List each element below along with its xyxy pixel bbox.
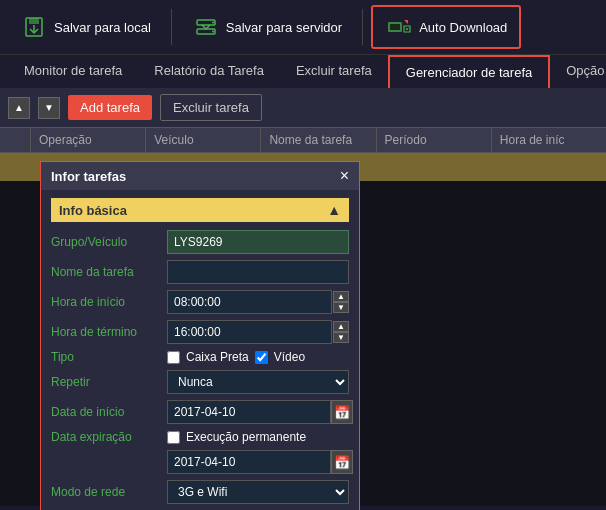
tipo-caixa-label: Caixa Preta bbox=[186, 350, 249, 364]
col-periodo: Período bbox=[376, 128, 491, 152]
scroll-up-button[interactable]: ▲ bbox=[8, 97, 30, 119]
data-expiracao-check-row: Data expiração Execução permanente bbox=[51, 430, 349, 444]
add-tarefa-button[interactable]: Add tarefa bbox=[68, 95, 152, 120]
data-expiracao-input-row: 📅 bbox=[51, 450, 349, 474]
tab-gerenciador[interactable]: Gerenciador de tarefa bbox=[388, 55, 550, 88]
data-inicio-row: Data de início 📅 bbox=[51, 400, 349, 424]
data-expiracao-group: 📅 bbox=[167, 450, 353, 474]
auto-download-button[interactable]: Auto Download bbox=[371, 5, 521, 49]
svg-point-6 bbox=[212, 31, 214, 33]
auto-download-label: Auto Download bbox=[419, 20, 507, 35]
hora-termino-spinner: ▲ ▼ bbox=[167, 320, 349, 344]
table-body: Infor tarefas × Info básica ▲ Grupo/Veíc… bbox=[0, 153, 606, 506]
modo-rede-label: Modo de rede bbox=[51, 485, 161, 499]
col-veiculo: Veículo bbox=[145, 128, 260, 152]
hora-inicio-up[interactable]: ▲ bbox=[333, 291, 349, 302]
col-check bbox=[0, 128, 30, 152]
hora-inicio-input[interactable] bbox=[167, 290, 332, 314]
modal-overlay: Infor tarefas × Info básica ▲ Grupo/Veíc… bbox=[0, 153, 606, 506]
hora-inicio-spinner: ▲ ▼ bbox=[167, 290, 349, 314]
modal-title-bar: Infor tarefas × bbox=[41, 162, 359, 190]
svg-rect-8 bbox=[390, 24, 400, 30]
hora-termino-input[interactable] bbox=[167, 320, 332, 344]
data-inicio-input[interactable] bbox=[167, 400, 331, 424]
data-expiracao-calendar-icon[interactable]: 📅 bbox=[331, 450, 353, 474]
hora-termino-up[interactable]: ▲ bbox=[333, 321, 349, 332]
modo-rede-row: Modo de rede 3G e Wifi 3G Wifi bbox=[51, 480, 349, 504]
hora-inicio-down[interactable]: ▼ bbox=[333, 302, 349, 313]
excluir-tarefa-button[interactable]: Excluir tarefa bbox=[160, 94, 262, 121]
hora-termino-row: Hora de término ▲ ▼ bbox=[51, 320, 349, 344]
tipo-label: Tipo bbox=[51, 350, 161, 364]
repetir-row: Repetir Nunca Diário Semanal Mensal bbox=[51, 370, 349, 394]
data-inicio-calendar-icon[interactable]: 📅 bbox=[331, 400, 353, 424]
col-hora-inic: Hora de iníc bbox=[491, 128, 606, 152]
table-header: Operação Veículo Nome da tarefa Período … bbox=[0, 127, 606, 153]
nome-tarefa-input[interactable] bbox=[167, 260, 349, 284]
grupo-veiculo-input[interactable] bbox=[167, 230, 349, 254]
hora-inicio-label: Hora de início bbox=[51, 295, 161, 309]
data-expiracao-checkbox-group: Execução permanente bbox=[167, 430, 349, 444]
action-bar: ▲ ▼ Add tarefa Excluir tarefa bbox=[0, 88, 606, 127]
hora-termino-spinners: ▲ ▼ bbox=[333, 321, 349, 343]
hora-termino-down[interactable]: ▼ bbox=[333, 332, 349, 343]
modal-body: Info básica ▲ Grupo/Veículo Nome da tare… bbox=[41, 190, 359, 510]
execucao-permanente-checkbox[interactable] bbox=[167, 431, 180, 444]
separator-2 bbox=[362, 9, 363, 45]
data-expiracao-label: Data expiração bbox=[51, 430, 161, 444]
repetir-label: Repetir bbox=[51, 375, 161, 389]
nav-tabs: Monitor de tarefa Relatório da Tarefa Ex… bbox=[0, 54, 606, 88]
data-inicio-group: 📅 bbox=[167, 400, 353, 424]
data-expiracao-input[interactable] bbox=[167, 450, 331, 474]
save-server-label: Salvar para servidor bbox=[226, 20, 342, 35]
save-server-icon bbox=[192, 13, 220, 41]
tab-opcao[interactable]: Opção de tare bbox=[550, 55, 606, 88]
modo-rede-select[interactable]: 3G e Wifi 3G Wifi bbox=[167, 480, 349, 504]
save-local-label: Salvar para local bbox=[54, 20, 151, 35]
svg-point-5 bbox=[212, 22, 214, 24]
auto-download-icon bbox=[385, 13, 413, 41]
section-collapse-icon[interactable]: ▲ bbox=[327, 202, 341, 218]
execucao-permanente-label: Execução permanente bbox=[186, 430, 306, 444]
infor-tarefas-modal: Infor tarefas × Info básica ▲ Grupo/Veíc… bbox=[40, 161, 360, 510]
save-server-button[interactable]: Salvar para servidor bbox=[180, 7, 354, 47]
scroll-down-button[interactable]: ▼ bbox=[38, 97, 60, 119]
tipo-row: Tipo Caixa Preta Vídeo bbox=[51, 350, 349, 364]
content-area: ▲ ▼ Add tarefa Excluir tarefa Operação V… bbox=[0, 88, 606, 506]
col-operacao: Operação bbox=[30, 128, 145, 152]
tipo-video-label: Vídeo bbox=[274, 350, 305, 364]
hora-termino-label: Hora de término bbox=[51, 325, 161, 339]
section-header: Info básica ▲ bbox=[51, 198, 349, 222]
grupo-veiculo-label: Grupo/Veículo bbox=[51, 235, 161, 249]
tab-excluir[interactable]: Excluir tarefa bbox=[280, 55, 388, 88]
toolbar: Salvar para local Salvar para servidor bbox=[0, 0, 606, 54]
tab-relatorio[interactable]: Relatório da Tarefa bbox=[138, 55, 280, 88]
grupo-veiculo-row: Grupo/Veículo bbox=[51, 230, 349, 254]
nome-tarefa-label: Nome da tarefa bbox=[51, 265, 161, 279]
modal-close-button[interactable]: × bbox=[340, 168, 349, 184]
save-local-button[interactable]: Salvar para local bbox=[8, 7, 163, 47]
data-inicio-label: Data de início bbox=[51, 405, 161, 419]
svg-rect-1 bbox=[29, 18, 39, 24]
tipo-checkboxes: Caixa Preta Vídeo bbox=[167, 350, 349, 364]
separator-1 bbox=[171, 9, 172, 45]
hora-inicio-row: Hora de início ▲ ▼ bbox=[51, 290, 349, 314]
col-nome-tarefa: Nome da tarefa bbox=[260, 128, 375, 152]
nome-tarefa-row: Nome da tarefa bbox=[51, 260, 349, 284]
tipo-caixa-checkbox[interactable] bbox=[167, 351, 180, 364]
tab-monitor[interactable]: Monitor de tarefa bbox=[8, 55, 138, 88]
repetir-select[interactable]: Nunca Diário Semanal Mensal bbox=[167, 370, 349, 394]
tipo-video-checkbox[interactable] bbox=[255, 351, 268, 364]
hora-inicio-spinners: ▲ ▼ bbox=[333, 291, 349, 313]
modal-title: Infor tarefas bbox=[51, 169, 126, 184]
section-title: Info básica bbox=[59, 203, 127, 218]
save-local-icon bbox=[20, 13, 48, 41]
